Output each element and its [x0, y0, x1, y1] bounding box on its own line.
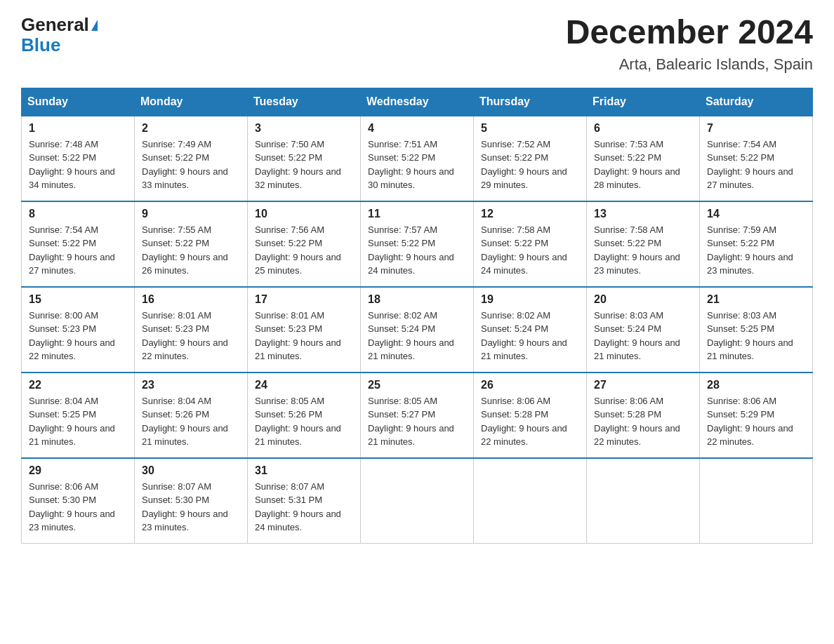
- day-number: 8: [29, 208, 127, 220]
- day-number: 13: [594, 208, 692, 220]
- day-info: Sunrise: 8:03 AMSunset: 5:24 PMDaylight:…: [594, 309, 692, 363]
- page-header: General Blue December 2024 Arta, Baleari…: [21, 14, 813, 74]
- calendar-cell: 16 Sunrise: 8:01 AMSunset: 5:23 PMDaylig…: [135, 287, 248, 373]
- calendar-cell: 25 Sunrise: 8:05 AMSunset: 5:27 PMDaylig…: [361, 373, 474, 458]
- day-info: Sunrise: 8:02 AMSunset: 5:24 PMDaylight:…: [368, 309, 466, 363]
- calendar-cell: 13 Sunrise: 7:58 AMSunset: 5:22 PMDaylig…: [587, 201, 700, 287]
- calendar-cell: 27 Sunrise: 8:06 AMSunset: 5:28 PMDaylig…: [587, 373, 700, 458]
- day-info: Sunrise: 7:49 AMSunset: 5:22 PMDaylight:…: [142, 137, 240, 192]
- day-number: 31: [255, 464, 353, 477]
- day-info: Sunrise: 8:06 AMSunset: 5:28 PMDaylight:…: [594, 394, 692, 449]
- day-info: Sunrise: 8:00 AMSunset: 5:23 PMDaylight:…: [29, 309, 127, 363]
- month-title: December 2024: [566, 14, 813, 51]
- logo-blue-text: Blue: [21, 34, 60, 56]
- calendar-cell: [700, 458, 813, 544]
- day-number: 23: [142, 379, 240, 391]
- header-thursday: Thursday: [474, 88, 587, 116]
- day-info: Sunrise: 8:05 AMSunset: 5:27 PMDaylight:…: [368, 394, 466, 449]
- day-number: 15: [29, 293, 127, 306]
- day-number: 21: [707, 293, 805, 306]
- calendar-table: SundayMondayTuesdayWednesdayThursdayFrid…: [21, 88, 813, 544]
- calendar-cell: 4 Sunrise: 7:51 AMSunset: 5:22 PMDayligh…: [361, 116, 474, 201]
- day-number: 16: [142, 293, 240, 306]
- calendar-cell: 18 Sunrise: 8:02 AMSunset: 5:24 PMDaylig…: [361, 287, 474, 373]
- calendar-cell: 23 Sunrise: 8:04 AMSunset: 5:26 PMDaylig…: [135, 373, 248, 458]
- calendar-week-3: 15 Sunrise: 8:00 AMSunset: 5:23 PMDaylig…: [22, 287, 813, 373]
- calendar-cell: 7 Sunrise: 7:54 AMSunset: 5:22 PMDayligh…: [700, 116, 813, 201]
- day-info: Sunrise: 8:06 AMSunset: 5:29 PMDaylight:…: [707, 394, 805, 449]
- calendar-cell: 10 Sunrise: 7:56 AMSunset: 5:22 PMDaylig…: [248, 201, 361, 287]
- calendar-cell: 6 Sunrise: 7:53 AMSunset: 5:22 PMDayligh…: [587, 116, 700, 201]
- header-wednesday: Wednesday: [361, 88, 474, 116]
- day-number: 27: [594, 379, 692, 391]
- day-number: 29: [29, 464, 127, 477]
- logo: General Blue: [21, 14, 98, 56]
- day-info: Sunrise: 8:01 AMSunset: 5:23 PMDaylight:…: [142, 309, 240, 363]
- day-number: 4: [368, 122, 466, 135]
- calendar-cell: 3 Sunrise: 7:50 AMSunset: 5:22 PMDayligh…: [248, 116, 361, 201]
- calendar-week-5: 29 Sunrise: 8:06 AMSunset: 5:30 PMDaylig…: [22, 458, 813, 544]
- day-number: 25: [368, 379, 466, 391]
- header-saturday: Saturday: [700, 88, 813, 116]
- day-info: Sunrise: 8:01 AMSunset: 5:23 PMDaylight:…: [255, 309, 353, 363]
- calendar-cell: 30 Sunrise: 8:07 AMSunset: 5:30 PMDaylig…: [135, 458, 248, 544]
- day-number: 7: [707, 122, 805, 135]
- day-number: 24: [255, 379, 353, 391]
- header-sunday: Sunday: [22, 88, 135, 116]
- day-info: Sunrise: 7:55 AMSunset: 5:22 PMDaylight:…: [142, 223, 240, 278]
- calendar-cell: [361, 458, 474, 544]
- day-number: 5: [481, 122, 579, 135]
- day-info: Sunrise: 7:54 AMSunset: 5:22 PMDaylight:…: [29, 223, 127, 278]
- calendar-week-2: 8 Sunrise: 7:54 AMSunset: 5:22 PMDayligh…: [22, 201, 813, 287]
- day-number: 3: [255, 122, 353, 135]
- day-number: 6: [594, 122, 692, 135]
- header-monday: Monday: [135, 88, 248, 116]
- day-number: 20: [594, 293, 692, 306]
- calendar-cell: 15 Sunrise: 8:00 AMSunset: 5:23 PMDaylig…: [22, 287, 135, 373]
- day-number: 1: [29, 122, 127, 135]
- day-number: 19: [481, 293, 579, 306]
- day-number: 14: [707, 208, 805, 220]
- day-info: Sunrise: 7:52 AMSunset: 5:22 PMDaylight:…: [481, 137, 579, 192]
- calendar-cell: 14 Sunrise: 7:59 AMSunset: 5:22 PMDaylig…: [700, 201, 813, 287]
- day-info: Sunrise: 8:06 AMSunset: 5:28 PMDaylight:…: [481, 394, 579, 449]
- calendar-cell: 19 Sunrise: 8:02 AMSunset: 5:24 PMDaylig…: [474, 287, 587, 373]
- day-info: Sunrise: 7:58 AMSunset: 5:22 PMDaylight:…: [594, 223, 692, 278]
- day-number: 28: [707, 379, 805, 391]
- calendar-cell: 2 Sunrise: 7:49 AMSunset: 5:22 PMDayligh…: [135, 116, 248, 201]
- day-info: Sunrise: 8:07 AMSunset: 5:31 PMDaylight:…: [255, 480, 353, 535]
- calendar-cell: [474, 458, 587, 544]
- logo-arrow-icon: [91, 20, 98, 31]
- day-number: 18: [368, 293, 466, 306]
- day-info: Sunrise: 7:57 AMSunset: 5:22 PMDaylight:…: [368, 223, 466, 278]
- calendar-cell: 11 Sunrise: 7:57 AMSunset: 5:22 PMDaylig…: [361, 201, 474, 287]
- day-info: Sunrise: 8:04 AMSunset: 5:25 PMDaylight:…: [29, 394, 127, 449]
- day-info: Sunrise: 8:06 AMSunset: 5:30 PMDaylight:…: [29, 480, 127, 535]
- day-info: Sunrise: 7:59 AMSunset: 5:22 PMDaylight:…: [707, 223, 805, 278]
- day-info: Sunrise: 7:56 AMSunset: 5:22 PMDaylight:…: [255, 223, 353, 278]
- day-info: Sunrise: 7:48 AMSunset: 5:22 PMDaylight:…: [29, 137, 127, 192]
- day-info: Sunrise: 7:58 AMSunset: 5:22 PMDaylight:…: [481, 223, 579, 278]
- calendar-cell: 12 Sunrise: 7:58 AMSunset: 5:22 PMDaylig…: [474, 201, 587, 287]
- day-info: Sunrise: 8:07 AMSunset: 5:30 PMDaylight:…: [142, 480, 240, 535]
- day-number: 30: [142, 464, 240, 477]
- day-number: 22: [29, 379, 127, 391]
- day-info: Sunrise: 7:51 AMSunset: 5:22 PMDaylight:…: [368, 137, 466, 192]
- calendar-week-1: 1 Sunrise: 7:48 AMSunset: 5:22 PMDayligh…: [22, 116, 813, 201]
- calendar-week-4: 22 Sunrise: 8:04 AMSunset: 5:25 PMDaylig…: [22, 373, 813, 458]
- calendar-cell: 26 Sunrise: 8:06 AMSunset: 5:28 PMDaylig…: [474, 373, 587, 458]
- calendar-cell: 24 Sunrise: 8:05 AMSunset: 5:26 PMDaylig…: [248, 373, 361, 458]
- calendar-cell: 21 Sunrise: 8:03 AMSunset: 5:25 PMDaylig…: [700, 287, 813, 373]
- logo-general-text: General: [21, 14, 89, 36]
- day-number: 2: [142, 122, 240, 135]
- day-info: Sunrise: 8:02 AMSunset: 5:24 PMDaylight:…: [481, 309, 579, 363]
- day-number: 11: [368, 208, 466, 220]
- calendar-cell: 9 Sunrise: 7:55 AMSunset: 5:22 PMDayligh…: [135, 201, 248, 287]
- calendar-cell: 28 Sunrise: 8:06 AMSunset: 5:29 PMDaylig…: [700, 373, 813, 458]
- day-info: Sunrise: 7:50 AMSunset: 5:22 PMDaylight:…: [255, 137, 353, 192]
- calendar-cell: 1 Sunrise: 7:48 AMSunset: 5:22 PMDayligh…: [22, 116, 135, 201]
- header-tuesday: Tuesday: [248, 88, 361, 116]
- calendar-cell: 20 Sunrise: 8:03 AMSunset: 5:24 PMDaylig…: [587, 287, 700, 373]
- day-info: Sunrise: 8:03 AMSunset: 5:25 PMDaylight:…: [707, 309, 805, 363]
- calendar-cell: 31 Sunrise: 8:07 AMSunset: 5:31 PMDaylig…: [248, 458, 361, 544]
